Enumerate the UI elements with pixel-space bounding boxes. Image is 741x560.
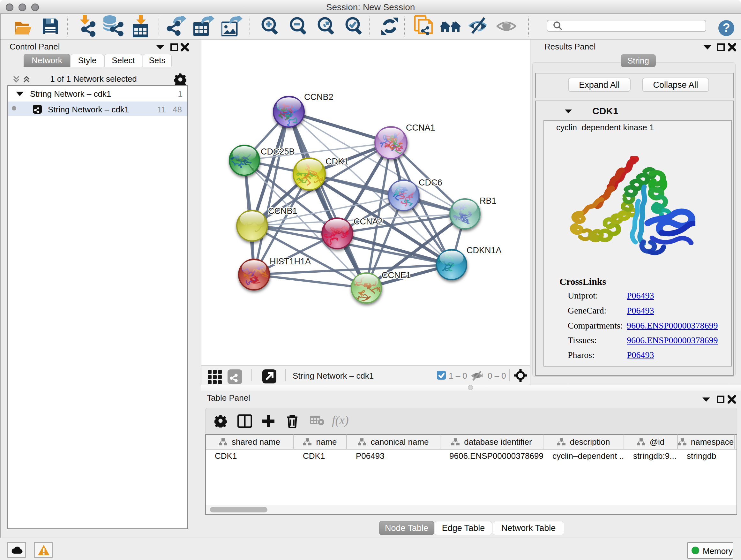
svg-text:CDC25B: CDC25B (261, 147, 295, 157)
svg-text:CCNB1: CCNB1 (268, 206, 297, 216)
svg-text:CCNE1: CCNE1 (382, 270, 411, 280)
svg-text:CCNB2: CCNB2 (304, 92, 333, 102)
svg-text:CDKN1A: CDKN1A (467, 246, 502, 255)
svg-text:CCNA2: CCNA2 (354, 217, 383, 226)
svg-text:CDC6: CDC6 (419, 178, 442, 187)
svg-text:?: ? (723, 21, 730, 35)
svg-text:RB1: RB1 (480, 196, 496, 206)
svg-text:CDK1: CDK1 (326, 157, 348, 166)
svg-text:CCNA1: CCNA1 (406, 123, 435, 132)
svg-text:HIST1H1A: HIST1H1A (270, 257, 311, 266)
